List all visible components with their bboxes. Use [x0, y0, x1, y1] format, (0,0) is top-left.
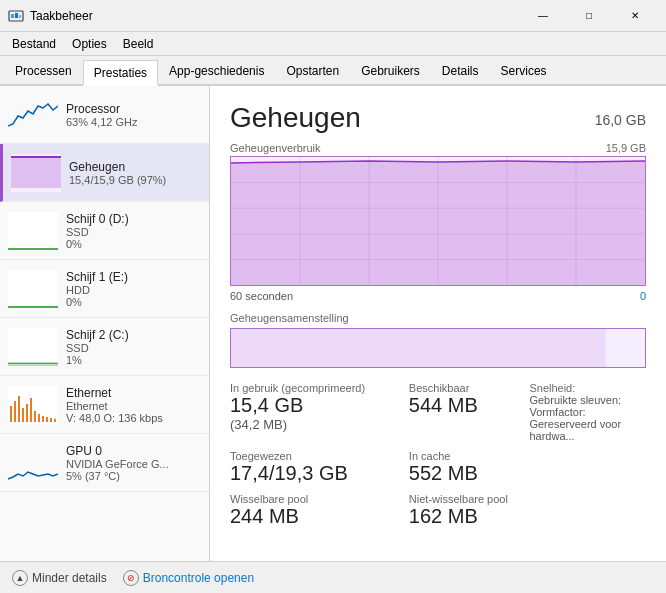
time-left: 60 seconden — [230, 290, 293, 302]
sidebar-item-gpu0[interactable]: GPU 0 NVIDIA GeForce G... 5% (37 °C) — [0, 434, 209, 492]
in-gebruik-sub: (34,2 MB) — [230, 417, 405, 432]
tab-app-geschiedenis[interactable]: App-geschiedenis — [158, 58, 275, 84]
menu-bestand[interactable]: Bestand — [4, 35, 64, 53]
tab-details[interactable]: Details — [431, 58, 490, 84]
usage-label: Geheugenverbruik — [230, 142, 321, 154]
svg-rect-26 — [54, 419, 56, 422]
gpu0-name: GPU 0 — [66, 444, 201, 458]
beschikbaar-value: 544 MB — [409, 394, 526, 417]
vormfactor-label: Vormfactor: — [529, 406, 646, 418]
ethernet-name: Ethernet — [66, 386, 201, 400]
panel-size: 16,0 GB — [595, 102, 646, 128]
toegewezen-label: Toegewezen — [230, 450, 405, 462]
svg-rect-24 — [46, 417, 48, 422]
close-button[interactable]: ✕ — [612, 0, 658, 32]
svg-rect-21 — [34, 411, 36, 422]
gpu0-graph-icon — [8, 443, 58, 483]
geheugen-sub: 15,4/15,9 GB (97%) — [69, 174, 201, 186]
stat-in-gebruik: In gebruik (gecomprimeerd) 15,4 GB (34,2… — [230, 382, 405, 442]
svg-rect-8 — [8, 248, 58, 250]
processor-sub: 63% 4,12 GHz — [66, 116, 201, 128]
svg-rect-18 — [22, 408, 24, 422]
chevron-up-icon: ▲ — [12, 570, 28, 586]
svg-rect-17 — [18, 396, 20, 422]
main-content: Processor 63% 4,12 GHz Geheugen 15,4/15,… — [0, 86, 666, 561]
panel-header: Geheugen 16,0 GB — [230, 102, 646, 134]
app-icon — [8, 8, 24, 24]
broncontrole-button[interactable]: ⊘ Broncontrole openen — [123, 570, 254, 586]
tabs-row: Processen Prestaties App-geschiedenis Op… — [0, 56, 666, 86]
minimize-button[interactable]: — — [520, 0, 566, 32]
svg-rect-15 — [10, 406, 12, 422]
panel: Geheugen 16,0 GB Geheugenverbruik 15,9 G… — [210, 86, 666, 561]
graph-time-row: 60 seconden 0 — [230, 290, 646, 302]
sidebar-item-schijf2[interactable]: Schijf 2 (C:) SSD 1% — [0, 318, 209, 376]
processor-graph-icon — [8, 95, 58, 135]
sidebar-item-processor[interactable]: Processor 63% 4,12 GHz — [0, 86, 209, 144]
sidebar: Processor 63% 4,12 GHz Geheugen 15,4/15,… — [0, 86, 210, 561]
stat-toegewezen: Toegewezen 17,4/19,3 GB — [230, 450, 405, 485]
schijf0-info: Schijf 0 (D:) SSD 0% — [66, 212, 201, 250]
menu-opties[interactable]: Opties — [64, 35, 115, 53]
schijf1-val: 0% — [66, 296, 201, 308]
schijf0-graph-icon — [8, 211, 58, 251]
titlebar: Taakbeheer — □ ✕ — [0, 0, 666, 32]
window-title: Taakbeheer — [30, 9, 520, 23]
bottombar: ▲ Minder details ⊘ Broncontrole openen — [0, 561, 666, 593]
svg-rect-22 — [38, 414, 40, 422]
tab-prestaties[interactable]: Prestaties — [83, 60, 158, 86]
composition-bar — [230, 328, 646, 368]
ethernet-info: Ethernet Ethernet V: 48,0 O: 136 kbps — [66, 386, 201, 424]
svg-rect-3 — [19, 15, 21, 18]
schijf2-sub: SSD — [66, 342, 201, 354]
sidebar-item-ethernet[interactable]: Ethernet Ethernet V: 48,0 O: 136 kbps — [0, 376, 209, 434]
tab-gebruikers[interactable]: Gebruikers — [350, 58, 431, 84]
broncontrole-label: Broncontrole openen — [143, 571, 254, 585]
tab-processen[interactable]: Processen — [4, 58, 83, 84]
gebruikte-sleuven-label: Gebruikte sleuven: — [529, 394, 646, 406]
niet-wisselbare-label: Niet-wisselbare pool — [409, 493, 526, 505]
geheugen-graph-icon — [11, 153, 61, 193]
processor-name: Processor — [66, 102, 201, 116]
wisselbare-label: Wisselbare pool — [230, 493, 405, 505]
stat-snelheid: Snelheid: Gebruikte sleuven: Vormfactor:… — [529, 382, 646, 442]
sidebar-item-schijf1[interactable]: Schijf 1 (E:) HDD 0% — [0, 260, 209, 318]
schijf1-name: Schijf 1 (E:) — [66, 270, 201, 284]
stats-grid: In gebruik (gecomprimeerd) 15,4 GB (34,2… — [230, 382, 646, 528]
schijf2-name: Schijf 2 (C:) — [66, 328, 201, 342]
stat-beschikbaar: Beschikbaar 544 MB — [409, 382, 526, 442]
beschikbaar-label: Beschikbaar — [409, 382, 526, 394]
svg-rect-16 — [14, 401, 16, 422]
svg-rect-1 — [11, 14, 14, 18]
menu-beeld[interactable]: Beeld — [115, 35, 162, 53]
sidebar-item-geheugen[interactable]: Geheugen 15,4/15,9 GB (97%) — [0, 144, 209, 202]
svg-rect-5 — [11, 158, 61, 188]
minder-details-button[interactable]: ▲ Minder details — [12, 570, 107, 586]
svg-rect-11 — [8, 328, 58, 366]
schijf0-sub: SSD — [66, 226, 201, 238]
in-gebruik-value: 15,4 GB — [230, 394, 405, 417]
stat-in-cache: In cache 552 MB — [409, 450, 526, 485]
svg-rect-23 — [42, 416, 44, 422]
svg-marker-36 — [231, 161, 645, 285]
svg-rect-19 — [26, 404, 28, 422]
svg-rect-10 — [8, 306, 58, 308]
svg-rect-37 — [231, 329, 606, 367]
usage-max: 15,9 GB — [606, 142, 646, 154]
svg-rect-2 — [15, 13, 18, 18]
sidebar-item-schijf0[interactable]: Schijf 0 (D:) SSD 0% — [0, 202, 209, 260]
svg-rect-20 — [30, 398, 32, 422]
gpu0-sub: NVIDIA GeForce G... — [66, 458, 201, 470]
maximize-button[interactable]: □ — [566, 0, 612, 32]
svg-rect-7 — [8, 212, 58, 250]
snelheid-label: Snelheid: — [529, 382, 646, 394]
stat-wisselbare: Wisselbare pool 244 MB — [230, 493, 405, 528]
tab-opstarten[interactable]: Opstarten — [275, 58, 350, 84]
minder-details-label: Minder details — [32, 571, 107, 585]
composition-label: Geheugensamenstelling — [230, 312, 646, 324]
panel-title: Geheugen — [230, 102, 361, 134]
svg-rect-9 — [8, 270, 58, 308]
in-cache-value: 552 MB — [409, 462, 526, 485]
schijf2-graph-icon — [8, 327, 58, 367]
tab-services[interactable]: Services — [490, 58, 558, 84]
